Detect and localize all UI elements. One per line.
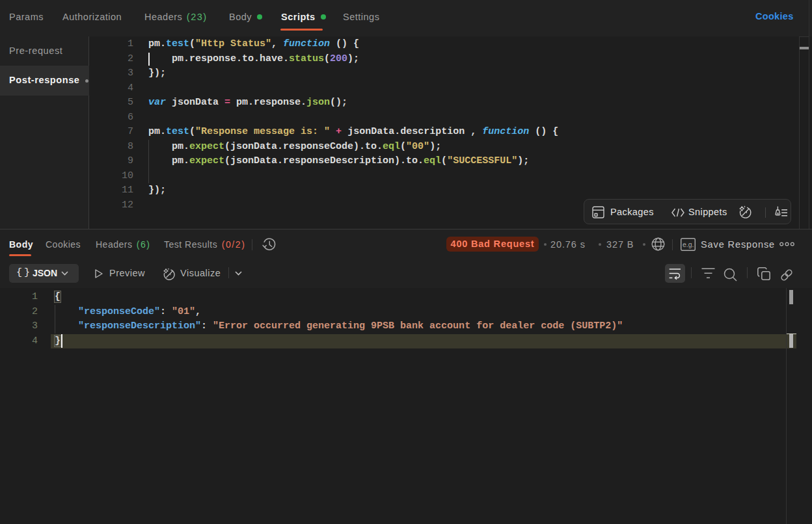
svg-text:e.g.: e.g. (683, 241, 694, 248)
